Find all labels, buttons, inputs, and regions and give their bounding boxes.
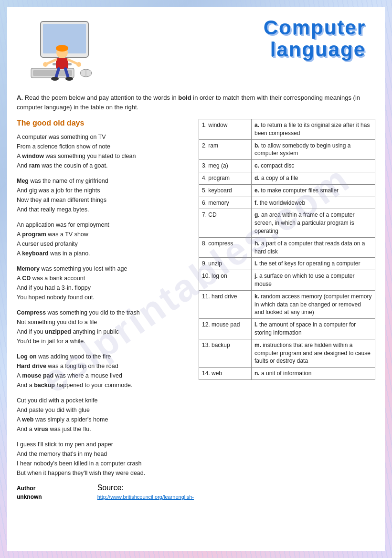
table-word-cell: 14. web <box>199 368 252 380</box>
table-row: 5. keyboarde. to make computer files sma… <box>199 184 375 197</box>
def-letter: c. <box>254 162 261 169</box>
table-def-cell: l. the amount of space in a computer for… <box>252 319 375 339</box>
bold-word-meg: Meg <box>17 178 29 184</box>
source-area: Source: http://www.britishcouncil.org/le… <box>97 484 194 501</box>
intro-bold: bold <box>178 94 191 101</box>
bold-word-harddrive: Hard drive <box>17 363 46 369</box>
def-letter: a. <box>254 122 261 128</box>
def-letter: m. <box>254 342 263 348</box>
footer-author: Author unknown Source: http://www.britis… <box>17 484 194 501</box>
source-label: Source: <box>97 484 124 492</box>
table-def-cell: g. an area within a frame of a computer … <box>252 209 375 237</box>
main-layout: The good old days A computer was somethi… <box>17 119 375 501</box>
svg-point-17 <box>51 77 59 81</box>
poem-stanza-1: A computer was something on TV From a sc… <box>17 132 194 170</box>
def-letter: f. <box>254 200 260 206</box>
poem-stanza-5: Compress was something you did to the tr… <box>17 308 194 346</box>
bold-word-unzipped: unzipped <box>45 328 71 335</box>
poem-title: The good old days <box>17 119 194 127</box>
vocab-table: 1. windowa. to return a file to its orig… <box>199 119 375 380</box>
intro-text: A. Read the poem below and pay attention… <box>17 93 375 112</box>
table-def-cell: c. compact disc <box>252 160 375 172</box>
table-word-cell: 9. unzip <box>199 258 252 270</box>
title-area: Computer language <box>112 17 375 61</box>
bold-word-program: program <box>22 231 46 238</box>
svg-point-13 <box>43 62 48 67</box>
def-letter: g. <box>254 211 261 218</box>
page-content: eslprintables.com <box>7 7 385 551</box>
table-word-cell: 8. compress <box>199 237 252 258</box>
bold-word-cd: CD <box>22 275 31 282</box>
table-row: 8. compressh. a part of a computer that … <box>199 237 375 258</box>
right-column: 1. windowa. to return a file to its orig… <box>199 119 375 380</box>
table-word-cell: 13. backup <box>199 339 252 367</box>
def-letter: h. <box>254 240 261 247</box>
bold-word-mousepad: mouse pad <box>22 372 53 379</box>
author-credit: Author unknown <box>17 484 59 501</box>
svg-point-9 <box>56 45 68 52</box>
table-def-cell: k. random access memory (computer memory… <box>252 290 375 318</box>
table-row: 6. memoryf. the worldwideweb <box>199 197 375 209</box>
table-row: 9. unzipi. the set of keys for operating… <box>199 258 375 270</box>
bold-word-virus: virus <box>34 426 48 432</box>
table-word-cell: 5. keyboard <box>199 184 252 197</box>
author-label: Author unknown <box>17 485 42 500</box>
bold-word-web: web <box>22 416 33 423</box>
table-word-cell: 1. window <box>199 119 252 140</box>
table-row: 10. log onj. a surface on which to use a… <box>199 270 375 291</box>
poem-stanza-4: Memory was something you lost with age A… <box>17 264 194 302</box>
intro-label: A. <box>17 94 23 101</box>
table-row: 2. ramb. to allow somebody to begin usin… <box>199 139 375 160</box>
bold-word-compress: Compress <box>17 309 46 316</box>
table-row: 1. windowa. to return a file to its orig… <box>199 119 375 140</box>
table-word-cell: 3. meg (a) <box>199 160 252 172</box>
table-word-cell: 12. mouse pad <box>199 319 252 339</box>
table-def-cell: j. a surface on which to use a computer … <box>252 270 375 291</box>
def-letter: d. <box>254 175 261 181</box>
table-word-cell: 7. CD <box>199 209 252 237</box>
table-def-cell: n. a unit of information <box>252 368 375 380</box>
svg-rect-10 <box>56 58 68 69</box>
intro-text-before: Read the poem below and pay attention to… <box>25 94 179 101</box>
svg-point-14 <box>76 62 81 67</box>
poem-final: I guess I'll stick to my pen and paper A… <box>17 440 194 478</box>
table-def-cell: b. to allow somebody to begin using a co… <box>252 139 375 160</box>
bold-word-logon: Log on <box>17 353 37 360</box>
table-def-cell: i. the set of keys for operating a compu… <box>252 258 375 270</box>
header-area: Computer language <box>17 17 375 88</box>
def-letter: k. <box>254 293 261 300</box>
def-letter: b. <box>254 142 261 149</box>
table-def-cell: e. to make computer files smaller <box>252 184 375 197</box>
table-row: 14. webn. a unit of information <box>199 368 375 380</box>
main-title: Computer language <box>112 17 366 61</box>
def-letter: i. <box>254 260 259 267</box>
source-link[interactable]: http://www.britishcouncil.org/learnengli… <box>97 494 194 500</box>
def-letter: l. <box>254 321 259 328</box>
table-def-cell: d. a copy of a file <box>252 172 375 184</box>
poem-stanza-6: Log on was adding wood to the fire Hard … <box>17 352 194 390</box>
poem-stanza-3: An application was for employment A prog… <box>17 220 194 258</box>
table-def-cell: m. instructions that are hidden within a… <box>252 339 375 367</box>
table-row: 7. CDg. an area within a frame of a comp… <box>199 209 375 237</box>
table-word-cell: 11. hard drive <box>199 290 252 318</box>
left-column: The good old days A computer was somethi… <box>17 119 194 501</box>
table-word-cell: 4. program <box>199 172 252 184</box>
table-word-cell: 10. log on <box>199 270 252 291</box>
def-letter: j. <box>254 273 259 279</box>
table-row: 4. programd. a copy of a file <box>199 172 375 184</box>
table-word-cell: 6. memory <box>199 197 252 209</box>
table-def-cell: h. a part of a computer that reads data … <box>252 237 375 258</box>
table-word-cell: 2. ram <box>199 139 252 160</box>
table-def-cell: f. the worldwideweb <box>252 197 375 209</box>
table-row: 12. mouse padl. the amount of space in a… <box>199 319 375 339</box>
bold-word-ram: ram <box>29 162 40 169</box>
computer-illustration <box>17 17 112 88</box>
table-def-cell: a. to return a file to its original size… <box>252 119 375 140</box>
table-row: 3. meg (a)c. compact disc <box>199 160 375 172</box>
bold-word-backup: backup <box>34 382 55 389</box>
svg-point-18 <box>65 77 73 81</box>
bold-word-keyboard: keyboard <box>22 250 49 257</box>
poem-stanza-7: Cut you did with a pocket knife And past… <box>17 396 194 434</box>
bold-word-window: window <box>22 153 44 159</box>
table-row: 11. hard drivek. random access memory (c… <box>199 290 375 318</box>
